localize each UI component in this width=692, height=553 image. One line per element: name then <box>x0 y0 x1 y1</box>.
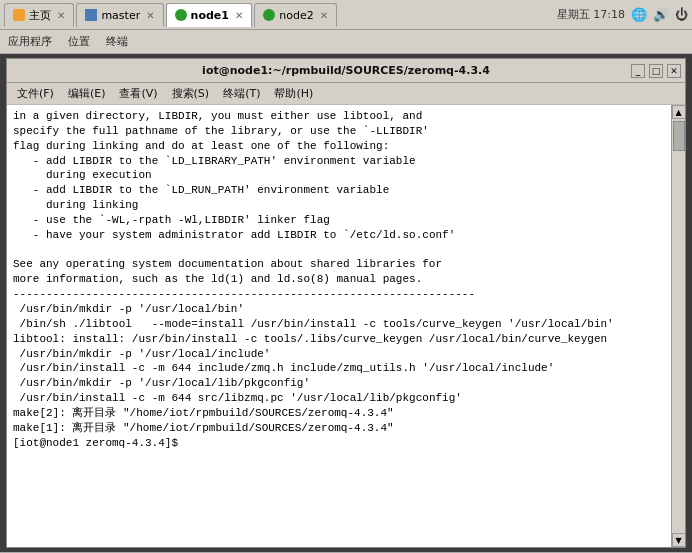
tab-home-label: 主页 <box>29 8 51 23</box>
taskbar-right: 星期五 17:18 🌐 🔊 ⏻ <box>557 7 688 22</box>
appbar-applications[interactable]: 应用程序 <box>8 34 52 49</box>
taskbar-tabs: 主页 ✕ master ✕ node1 ✕ node2 ✕ <box>4 3 557 27</box>
menu-terminal[interactable]: 终端(T) <box>217 84 266 103</box>
menu-edit[interactable]: 编辑(E) <box>62 84 112 103</box>
tab-master-close[interactable]: ✕ <box>146 10 154 21</box>
tab-node1-close[interactable]: ✕ <box>235 10 243 21</box>
terminal-window: iot@node1:~/rpmbuild/SOURCES/zeromq-4.3.… <box>6 58 686 548</box>
scrollbar[interactable]: ▲ ▼ <box>671 105 685 547</box>
volume-icon: 🔊 <box>653 7 669 22</box>
menu-bar: 文件(F) 编辑(E) 查看(V) 搜索(S) 终端(T) 帮助(H) <box>7 83 685 105</box>
menu-view[interactable]: 查看(V) <box>113 84 163 103</box>
tab-node1-label: node1 <box>191 9 229 22</box>
terminal-body: in a given directory, LIBDIR, you must e… <box>7 105 685 547</box>
menu-help[interactable]: 帮助(H) <box>268 84 319 103</box>
tab-master[interactable]: master ✕ <box>76 3 163 27</box>
menu-file[interactable]: 文件(F) <box>11 84 60 103</box>
tab-node2-label: node2 <box>279 9 313 22</box>
terminal-icon-master <box>85 9 97 21</box>
node-icon-node1 <box>175 9 187 21</box>
appbar-locations[interactable]: 位置 <box>68 34 90 49</box>
node-icon-node2 <box>263 9 275 21</box>
tab-node2-close[interactable]: ✕ <box>320 10 328 21</box>
maximize-button[interactable]: □ <box>649 64 663 78</box>
titlebar-controls: _ □ ✕ <box>631 64 681 78</box>
scroll-thumb[interactable] <box>673 121 685 151</box>
tab-node1[interactable]: node1 ✕ <box>166 3 253 27</box>
menu-search[interactable]: 搜索(S) <box>166 84 216 103</box>
appbar: 应用程序 位置 终端 <box>0 30 692 54</box>
scroll-down-button[interactable]: ▼ <box>672 533 686 547</box>
terminal-titlebar: iot@node1:~/rpmbuild/SOURCES/zeromq-4.3.… <box>7 59 685 83</box>
terminal-output[interactable]: in a given directory, LIBDIR, you must e… <box>7 105 671 547</box>
tab-master-label: master <box>101 9 140 22</box>
minimize-button[interactable]: _ <box>631 64 645 78</box>
network-icon: 🌐 <box>631 7 647 22</box>
tab-node2[interactable]: node2 ✕ <box>254 3 337 27</box>
terminal-title: iot@node1:~/rpmbuild/SOURCES/zeromq-4.3.… <box>202 64 490 77</box>
datetime: 星期五 17:18 <box>557 7 625 22</box>
home-icon <box>13 9 25 21</box>
tab-home-close[interactable]: ✕ <box>57 10 65 21</box>
close-button[interactable]: ✕ <box>667 64 681 78</box>
taskbar: 主页 ✕ master ✕ node1 ✕ node2 ✕ 星期五 17:18 … <box>0 0 692 30</box>
tab-home[interactable]: 主页 ✕ <box>4 3 74 27</box>
power-icon: ⏻ <box>675 7 688 22</box>
scroll-up-button[interactable]: ▲ <box>672 105 686 119</box>
appbar-terminal[interactable]: 终端 <box>106 34 128 49</box>
